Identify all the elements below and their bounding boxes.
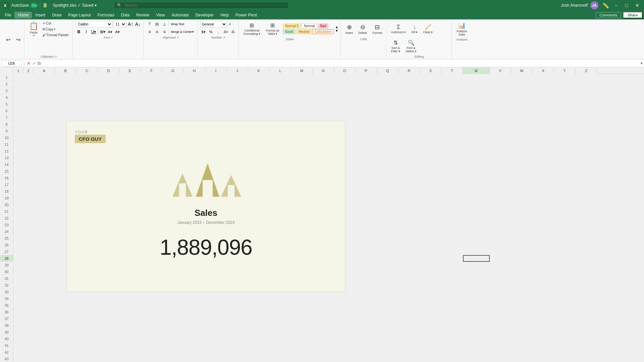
- col-header-U[interactable]: U: [463, 67, 490, 74]
- insert-cells-button[interactable]: ⊕ Insert: [343, 21, 355, 37]
- menu-draw[interactable]: Draw: [49, 12, 65, 18]
- maximize-button[interactable]: □: [623, 1, 631, 9]
- row-num-32[interactable]: 32: [0, 282, 13, 289]
- menu-formulas[interactable]: Formulas: [94, 12, 118, 18]
- col-header-H[interactable]: H: [184, 67, 205, 74]
- user-avatar[interactable]: JA: [590, 1, 598, 9]
- row-num-28[interactable]: 28: [0, 255, 13, 262]
- cells-area[interactable]: YOUR CFO GUY: [13, 74, 644, 362]
- row-num-36[interactable]: 36: [0, 309, 13, 315]
- row-num-29[interactable]: 29: [0, 262, 13, 268]
- style-normal[interactable]: Normal: [302, 23, 317, 28]
- menu-view[interactable]: View: [153, 12, 168, 18]
- comments-button[interactable]: Comments: [596, 12, 621, 18]
- format-table-button[interactable]: ⊞ Format asTable ▾: [264, 21, 281, 37]
- row-num-24[interactable]: 24: [0, 228, 13, 235]
- col-header-J[interactable]: J: [227, 67, 248, 74]
- cut-button[interactable]: ✂ Cut: [41, 21, 70, 26]
- confirm-formula-icon[interactable]: ✓: [32, 61, 36, 66]
- row-num-15[interactable]: 15: [0, 168, 13, 175]
- font-grow-button[interactable]: A↑: [127, 21, 134, 27]
- row-num-20[interactable]: 20: [0, 201, 13, 208]
- font-expand-icon[interactable]: ↗: [110, 36, 113, 39]
- col-header-1[interactable]: 1: [13, 67, 23, 74]
- italic-button[interactable]: I: [83, 28, 90, 35]
- undo-button[interactable]: ↩: [3, 35, 13, 45]
- merge-center-button[interactable]: Merge & Center▾: [169, 28, 195, 35]
- col-header-D[interactable]: D: [98, 67, 119, 74]
- clear-button[interactable]: 🧹 Clear ▾: [421, 21, 435, 37]
- number-format-select[interactable]: General: [200, 21, 227, 27]
- row-num-43[interactable]: 43: [0, 356, 13, 362]
- menu-help[interactable]: Help: [217, 12, 232, 18]
- col-header-W[interactable]: W: [511, 67, 533, 74]
- col-header-Q[interactable]: Q: [377, 67, 398, 74]
- comma-button[interactable]: ,: [215, 28, 222, 35]
- copy-button[interactable]: ⧉ Copy ▾: [41, 26, 70, 32]
- row-num-6[interactable]: 6: [0, 108, 13, 114]
- row-num-41[interactable]: 41: [0, 342, 13, 349]
- row-num-12[interactable]: 12: [0, 148, 13, 155]
- underline-button[interactable]: U▾: [90, 28, 97, 35]
- row-num-31[interactable]: 31: [0, 275, 13, 282]
- row-num-26[interactable]: 26: [0, 242, 13, 248]
- conditional-formatting-button[interactable]: ⊞ ConditionalFormatting ▾: [241, 21, 263, 37]
- customize-icon[interactable]: ✏️: [602, 2, 609, 9]
- search-bar[interactable]: 🔍: [114, 2, 288, 9]
- decimal-decrease-button[interactable]: .0-: [230, 28, 236, 35]
- row-num-16[interactable]: 16: [0, 175, 13, 181]
- row-num-34[interactable]: 34: [0, 295, 13, 302]
- menu-pagelayout[interactable]: Page Layout: [65, 12, 94, 18]
- redo-button[interactable]: ↪: [13, 35, 23, 45]
- row-num-39[interactable]: 39: [0, 329, 13, 336]
- row-num-23[interactable]: 23: [0, 222, 13, 228]
- col-header-C[interactable]: C: [76, 67, 98, 74]
- minimize-button[interactable]: −: [612, 1, 620, 9]
- col-header-L[interactable]: L: [270, 67, 291, 74]
- wrap-text-button[interactable]: Wrap Text: [169, 21, 185, 27]
- percent-button[interactable]: %: [208, 28, 214, 35]
- bold-button[interactable]: B: [75, 28, 82, 35]
- row-num-2[interactable]: 2: [0, 81, 13, 87]
- row-num-10[interactable]: 10: [0, 134, 13, 141]
- menu-insert[interactable]: Insert: [32, 12, 49, 18]
- styles-expand-btn[interactable]: ▲: [335, 25, 338, 29]
- align-top-button[interactable]: ⊤: [146, 21, 153, 27]
- row-num-18[interactable]: 18: [0, 188, 13, 195]
- row-num-8[interactable]: 8: [0, 121, 13, 128]
- clipboard-expand-icon[interactable]: ↗: [54, 55, 57, 58]
- search-input[interactable]: [124, 3, 285, 8]
- analyze-data-button[interactable]: 📊 AnalyzeData: [454, 21, 469, 37]
- row-num-33[interactable]: 33: [0, 289, 13, 295]
- row-num-25[interactable]: 25: [0, 235, 13, 242]
- col-header-E[interactable]: E: [119, 67, 141, 74]
- col-header-A[interactable]: A: [34, 67, 55, 74]
- font-size-select[interactable]: 11: [113, 21, 126, 27]
- sort-filter-button[interactable]: ⇅ Sort &Filter ▾: [389, 38, 402, 54]
- style-bad[interactable]: Bad: [318, 23, 329, 28]
- autosave-toggle[interactable]: On: [30, 3, 38, 8]
- row-num-7[interactable]: 7: [0, 114, 13, 121]
- align-right-button[interactable]: ≡: [161, 28, 168, 35]
- font-shrink-button[interactable]: A↓: [135, 21, 141, 27]
- style-calculation[interactable]: Calculation: [312, 29, 333, 34]
- currency-button[interactable]: $▾: [200, 28, 207, 35]
- share-button[interactable]: Share: [623, 12, 643, 18]
- menu-powerpivot[interactable]: Power Pivot: [232, 12, 260, 18]
- col-header-I[interactable]: I: [205, 67, 227, 74]
- font-color-button[interactable]: A▾: [114, 28, 121, 35]
- col-header-X[interactable]: X: [533, 67, 554, 74]
- row-num-13[interactable]: 13: [0, 155, 13, 161]
- col-header-R[interactable]: R: [398, 67, 420, 74]
- row-num-4[interactable]: 4: [0, 94, 13, 101]
- row-num-37[interactable]: 37: [0, 315, 13, 322]
- menu-developer[interactable]: Developer: [192, 12, 217, 18]
- row-num-11[interactable]: 11: [0, 141, 13, 148]
- col-header-P[interactable]: P: [356, 67, 377, 74]
- paste-button[interactable]: 📋 Paste ▾: [27, 21, 40, 38]
- style-good[interactable]: Good: [283, 29, 296, 34]
- col-header-V[interactable]: V: [490, 67, 511, 74]
- col-header-O[interactable]: O: [334, 67, 356, 74]
- row-num-9[interactable]: 9: [0, 128, 13, 134]
- formula-input[interactable]: [43, 61, 639, 66]
